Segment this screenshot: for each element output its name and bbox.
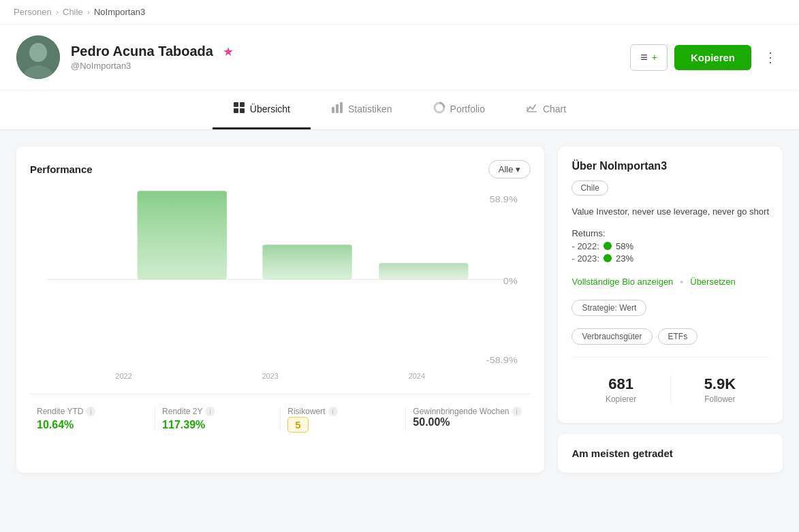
more-button[interactable]: ⋮ [758, 46, 783, 68]
tag-etfs[interactable]: ETFs [658, 328, 698, 345]
about-title: Über NoImportan3 [571, 160, 769, 172]
tab-overview[interactable]: Übersicht [213, 91, 311, 129]
chart-area: 58.9% 0% -58.9% [30, 189, 531, 366]
copier-stats: 681 Kopierer 5.9K Follower [571, 370, 769, 409]
main-content: Performance Alle ▾ 58.9% 0% -58.9% [0, 130, 799, 489]
svg-rect-3 [234, 102, 238, 107]
tab-statistiken[interactable]: Statistiken [311, 91, 413, 129]
tab-portfolio-label: Portfolio [450, 104, 485, 114]
return-value-2023: 23% [616, 253, 633, 264]
risikowert-label: Risikowert [287, 407, 325, 416]
rendite-ytd-value: 10.64% [37, 419, 148, 431]
bio-actions: Vollständige Bio anzeigen • Übersetzen [571, 277, 769, 287]
compare-icon: ≡ [640, 50, 648, 65]
gewinn-info[interactable]: i [512, 407, 522, 416]
svg-rect-18 [379, 263, 468, 279]
filter-button[interactable]: Alle ▾ [488, 160, 531, 178]
rendite-ytd-label: Rendite YTD [37, 407, 83, 416]
returns-label: Returns: [571, 228, 769, 238]
svg-text:58.9%: 58.9% [490, 195, 518, 204]
return-row-2022: - 2022: 58% [571, 241, 769, 251]
breadcrumb: Personen › Chile › NoImportan3 [0, 0, 799, 25]
tab-chart[interactable]: Chart [505, 91, 586, 129]
gewinn-value: 50.00% [413, 416, 524, 428]
tabs-bar: Übersicht Statistiken Portfolio Chart [0, 91, 799, 130]
stat-gewinn: Gewinnbringende Wochen i 50.00% [406, 407, 531, 431]
translate-link[interactable]: Übersetzen [690, 277, 735, 287]
copier-stat-kopierer: 681 Kopierer [571, 370, 670, 409]
breadcrumb-personen[interactable]: Personen [14, 7, 52, 17]
profile-actions: ≡ + Kopieren ⋮ [630, 44, 783, 71]
tab-portfolio[interactable]: Portfolio [413, 91, 505, 129]
gewinn-label: Gewinnbringende Wochen [413, 407, 509, 416]
follower-label: Follower [671, 394, 769, 404]
profile-handle: @NoImportan3 [71, 61, 234, 71]
year-label-2024: 2024 [409, 372, 425, 380]
stats-row: Rendite YTD i 10.64% Rendite 2Y i 117.39… [30, 394, 531, 431]
risikowert-badge: 5 [287, 417, 308, 433]
rendite-ytd-info[interactable]: i [86, 407, 95, 416]
strategy-tag-area: Strategie: Wert [571, 300, 769, 316]
card-divider [571, 357, 769, 358]
tab-overview-label: Übersicht [250, 104, 290, 114]
about-card: Über NoImportan3 Chile Value Investor, n… [558, 146, 783, 423]
strategy-value: Wert [619, 303, 636, 313]
stat-rendite-ytd: Rendite YTD i 10.64% [30, 407, 155, 431]
most-traded-card: Am meisten getradet [558, 434, 783, 473]
compare-button[interactable]: ≡ + [630, 44, 668, 71]
profile-header: Pedro Acuna Taboada ★ @NoImportan3 ≡ + K… [0, 25, 799, 91]
chart-icon [526, 101, 538, 116]
svg-rect-8 [336, 104, 339, 113]
rendite-2y-info[interactable]: i [205, 407, 215, 416]
most-traded-title: Am meisten getradet [571, 448, 769, 459]
svg-rect-7 [332, 107, 334, 113]
overview-icon [233, 101, 245, 116]
rendite-2y-label: Rendite 2Y [162, 407, 202, 416]
strategy-tag[interactable]: Strategie: Wert [571, 300, 646, 316]
svg-rect-4 [240, 102, 245, 107]
stat-rendite-2y: Rendite 2Y i 117.39% [155, 407, 280, 431]
performance-title: Performance [30, 163, 93, 175]
rendite-2y-value: 117.39% [162, 419, 273, 431]
year-labels: 2022 2023 2024 [30, 372, 531, 380]
copy-button[interactable]: Kopieren [674, 45, 751, 70]
performance-chart: 58.9% 0% -58.9% [30, 189, 531, 366]
breadcrumb-current: NoImportan3 [94, 7, 145, 17]
copier-label: Kopierer [571, 394, 670, 404]
strategy-label: Strategie: [582, 303, 619, 313]
returns-section: Returns: - 2022: 58% - 2023: 23% [571, 228, 769, 266]
svg-point-1 [29, 43, 47, 62]
copier-value: 681 [571, 375, 670, 393]
star-icon[interactable]: ★ [223, 44, 234, 59]
copier-stat-follower: 5.9K Follower [671, 370, 769, 409]
country-badge[interactable]: Chile [571, 181, 608, 195]
tags-area: Verbrauchsgüter ETFs [571, 328, 769, 345]
svg-rect-5 [234, 108, 238, 113]
profile-left: Pedro Acuna Taboada ★ @NoImportan3 [16, 35, 234, 79]
chevron-down-icon: ▾ [516, 164, 520, 174]
tab-statistiken-label: Statistiken [348, 104, 392, 114]
right-column: Über NoImportan3 Chile Value Investor, n… [558, 146, 783, 473]
svg-rect-17 [262, 245, 351, 279]
bio-sep: • [680, 277, 683, 287]
tab-chart-label: Chart [543, 104, 566, 114]
tag-verbrauchsgueter[interactable]: Verbrauchsgüter [571, 328, 652, 345]
year-label-2023: 2023 [262, 372, 278, 380]
breadcrumb-sep-1: › [56, 7, 59, 17]
bio-link[interactable]: Vollständige Bio anzeigen [571, 277, 673, 287]
breadcrumb-chile[interactable]: Chile [63, 7, 83, 17]
green-dot-2023 [604, 254, 612, 262]
breadcrumb-sep-2: › [87, 7, 90, 17]
bio-text: Value Investor, never use leverage, neve… [571, 205, 769, 219]
profile-name: Pedro Acuna Taboada [71, 44, 213, 59]
svg-rect-16 [138, 191, 227, 279]
return-row-2023: - 2023: 23% [571, 253, 769, 264]
follower-value: 5.9K [671, 375, 769, 393]
year-label-2022: 2022 [115, 372, 131, 380]
green-dot-2022 [604, 242, 612, 250]
svg-text:-58.9%: -58.9% [486, 356, 518, 364]
risikowert-info[interactable]: i [328, 407, 338, 416]
portfolio-icon [433, 101, 445, 116]
statistiken-icon [331, 101, 343, 116]
avatar [16, 35, 60, 79]
